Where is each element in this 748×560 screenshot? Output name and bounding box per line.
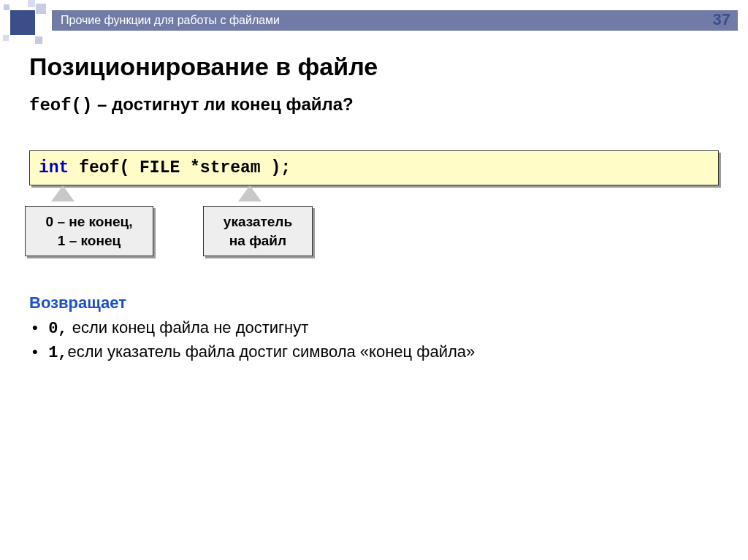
keyword: int bbox=[39, 158, 69, 177]
returns-heading: Возвращает bbox=[29, 294, 719, 312]
decor-square bbox=[4, 4, 9, 10]
decor-square bbox=[36, 4, 46, 14]
callout-return-value: 0 – не конец, 1 – конец bbox=[25, 206, 153, 256]
decor-square bbox=[28, 0, 35, 7]
subtitle-text: – достигнут ли конец файла? bbox=[92, 94, 353, 114]
page-title: Позиционирование в файле bbox=[29, 53, 719, 81]
callout-file-pointer: указатель на файл bbox=[203, 206, 313, 256]
return-text: если конец файла не достигнут bbox=[68, 318, 309, 337]
callout-line: на файл bbox=[229, 233, 286, 248]
callouts: 0 – не конец, 1 – конец указатель на фай… bbox=[29, 185, 719, 288]
page-number: 37 bbox=[713, 10, 730, 29]
callout-line: 1 – конец bbox=[58, 233, 121, 248]
return-text: если указатель файла достиг символа «кон… bbox=[68, 342, 476, 361]
returns-section: Возвращает • 0, если конец файла не дост… bbox=[29, 294, 719, 362]
code-signature: int feof( FILE *stream ); bbox=[29, 150, 719, 185]
subtitle: feof() – достигнут ли конец файла? bbox=[29, 94, 719, 115]
return-code: 1, bbox=[48, 344, 67, 362]
slide-content: Позиционирование в файле feof() – достиг… bbox=[0, 37, 748, 362]
decor-square-large bbox=[10, 10, 35, 35]
bullet-icon: • bbox=[32, 342, 44, 361]
list-item: • 0, если конец файла не достигнут bbox=[29, 318, 719, 338]
decor-square bbox=[3, 35, 9, 41]
callout-line: указатель bbox=[224, 214, 292, 229]
bullet-icon: • bbox=[32, 318, 44, 337]
arrow-icon bbox=[51, 185, 75, 202]
subtitle-func: feof() bbox=[29, 96, 92, 115]
code-rest: feof( FILE *stream ); bbox=[69, 158, 291, 177]
section-title: Прочие функции для работы с файлами bbox=[52, 10, 738, 31]
return-code: 0, bbox=[48, 320, 67, 338]
list-item: • 1,если указатель файла достиг символа … bbox=[29, 342, 719, 362]
decor-square bbox=[35, 37, 42, 44]
slide-header: Прочие функции для работы с файлами 37 bbox=[0, 0, 748, 37]
arrow-icon bbox=[238, 185, 262, 202]
callout-line: 0 – не конец, bbox=[46, 214, 133, 229]
